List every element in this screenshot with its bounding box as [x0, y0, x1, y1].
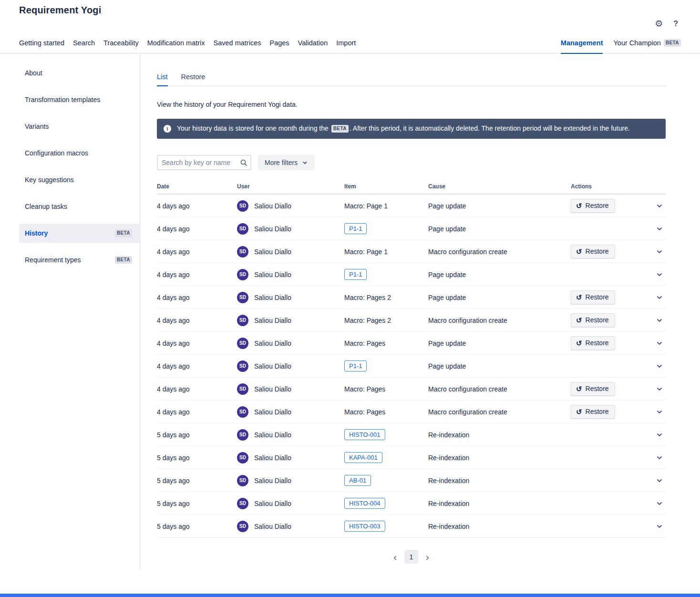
- more-filters-button[interactable]: More filters: [258, 155, 315, 170]
- table-row: 4 days agoSDSaliou DialloMacro: PagesMac…: [157, 401, 666, 423]
- restore-button[interactable]: ↺Restore: [571, 336, 615, 350]
- restore-button[interactable]: ↺Restore: [571, 245, 615, 258]
- info-icon: i: [164, 125, 171, 133]
- tab-restore[interactable]: Restore: [181, 73, 206, 85]
- nav-item-modification-matrix[interactable]: Modification matrix: [147, 39, 205, 53]
- row-cause: Page update: [428, 362, 571, 370]
- sidebar-item-requirement-types[interactable]: Requirement types BETA: [19, 250, 140, 269]
- restore-icon: ↺: [576, 317, 582, 324]
- avatar: SD: [237, 200, 248, 212]
- chevron-down-icon[interactable]: [656, 454, 663, 462]
- restore-button-label: Restore: [586, 339, 609, 347]
- item-key-link[interactable]: P1-1: [344, 269, 367, 280]
- previous-page-icon[interactable]: ‹: [393, 552, 397, 562]
- sidebar-item-label: Cleanup tasks: [25, 203, 67, 210]
- help-icon[interactable]: ?: [673, 20, 678, 28]
- nav-item-search[interactable]: Search: [73, 39, 95, 53]
- chevron-down-icon[interactable]: [656, 500, 663, 507]
- row-expand: [653, 477, 666, 484]
- chevron-down-icon[interactable]: [656, 408, 663, 416]
- chevron-down-icon[interactable]: [656, 385, 663, 393]
- nav-item-pages[interactable]: Pages: [269, 39, 289, 53]
- restore-button-label: Restore: [586, 316, 609, 324]
- row-item: HISTO-004: [344, 498, 428, 509]
- restore-button[interactable]: ↺Restore: [571, 290, 615, 304]
- item-key-link[interactable]: HISTO-003: [344, 521, 385, 532]
- beta-badge: BETA: [331, 125, 349, 133]
- sidebar-item-label: Transformation templates: [25, 96, 100, 103]
- item-key-link[interactable]: HISTO-001: [344, 429, 385, 440]
- chevron-down-icon[interactable]: [656, 340, 663, 347]
- row-user: SDSaliou Diallo: [237, 452, 344, 463]
- sidebar-item-key-suggestions[interactable]: Key suggestions: [19, 170, 140, 189]
- item-key-link[interactable]: P1-1: [344, 360, 367, 371]
- sidebar-item-about[interactable]: About: [19, 63, 140, 82]
- table-row: 4 days agoSDSaliou DialloP1-1Page update: [157, 355, 666, 378]
- restore-icon: ↺: [576, 340, 582, 347]
- restore-button[interactable]: ↺Restore: [571, 199, 615, 213]
- chevron-down-icon[interactable]: [656, 271, 663, 278]
- avatar: SD: [237, 269, 248, 280]
- item-key-link[interactable]: KAPA-001: [344, 452, 382, 463]
- chevron-down-icon[interactable]: [656, 431, 663, 439]
- tab-list[interactable]: List: [157, 73, 168, 86]
- chevron-down-icon[interactable]: [656, 523, 663, 530]
- chevron-down-icon[interactable]: [656, 248, 663, 256]
- chevron-down-icon[interactable]: [656, 202, 663, 210]
- item-key-link[interactable]: P1-1: [344, 223, 367, 234]
- sidebar-item-history[interactable]: History BETA: [19, 224, 140, 243]
- row-date: 4 days ago: [157, 294, 237, 301]
- avatar: SD: [237, 223, 248, 235]
- row-user: SDSaliou Diallo: [237, 383, 344, 395]
- user-name: Saliou Diallo: [254, 454, 291, 462]
- row-actions: ↺Restore: [571, 245, 653, 258]
- chevron-down-icon[interactable]: [656, 317, 663, 324]
- chevron-down-icon: [302, 160, 308, 166]
- nav-item-traceability[interactable]: Traceability: [103, 39, 139, 53]
- row-expand: [653, 500, 666, 507]
- sidebar-item-cleanup-tasks[interactable]: Cleanup tasks: [19, 197, 140, 216]
- nav-item-management[interactable]: Management: [561, 39, 603, 54]
- chevron-down-icon[interactable]: [656, 362, 663, 370]
- chevron-down-icon[interactable]: [656, 477, 663, 484]
- row-date: 4 days ago: [157, 385, 237, 393]
- avatar: SD: [237, 429, 248, 441]
- row-user: SDSaliou Diallo: [237, 223, 344, 235]
- nav-item-getting-started[interactable]: Getting started: [19, 39, 64, 53]
- row-item: KAPA-001: [344, 452, 428, 463]
- sidebar-item-variants[interactable]: Variants: [19, 117, 140, 136]
- chevron-down-icon[interactable]: [656, 225, 663, 233]
- row-cause: Macro configuration create: [428, 408, 571, 416]
- item-label: Macro: Pages: [344, 340, 385, 347]
- search-input[interactable]: [157, 155, 251, 170]
- page-title: Requirement Yogi: [19, 5, 102, 16]
- item-key-link[interactable]: HISTO-004: [344, 498, 385, 509]
- current-page-button[interactable]: 1: [404, 550, 418, 564]
- row-date: 4 days ago: [157, 317, 237, 324]
- row-cause: Page update: [428, 340, 571, 347]
- restore-button[interactable]: ↺Restore: [571, 382, 615, 396]
- next-page-icon[interactable]: ›: [426, 552, 429, 562]
- gear-icon[interactable]: ⚙: [655, 19, 663, 28]
- row-user: SDSaliou Diallo: [237, 246, 344, 257]
- sidebar-item-transformation-templates[interactable]: Transformation templates: [19, 90, 140, 109]
- nav-item-saved-matrices[interactable]: Saved matrices: [214, 39, 261, 53]
- sidebar-item-configuration-macros[interactable]: Configuration macros: [19, 144, 140, 163]
- row-item: Macro: Pages: [344, 385, 428, 393]
- chevron-down-icon[interactable]: [656, 294, 663, 301]
- row-cause: Page update: [428, 202, 571, 210]
- banner-text-before: Your history data is stored for one mont…: [177, 124, 329, 132]
- row-date: 5 days ago: [157, 454, 237, 462]
- row-expand: [653, 523, 666, 530]
- item-key-link[interactable]: AB-01: [344, 475, 371, 486]
- column-header-actions: Actions: [571, 183, 653, 190]
- row-date: 4 days ago: [157, 362, 237, 370]
- main-content: List Restore View the history of your Re…: [141, 54, 700, 570]
- nav-item-validation[interactable]: Validation: [298, 39, 328, 53]
- nav-item-import[interactable]: Import: [336, 39, 356, 53]
- restore-button[interactable]: ↺Restore: [571, 313, 615, 327]
- nav-item-your-champion[interactable]: Your Champion BETA: [613, 39, 681, 53]
- restore-button[interactable]: ↺Restore: [571, 405, 615, 419]
- row-actions: ↺Restore: [571, 199, 653, 213]
- user-name: Saliou Diallo: [254, 500, 291, 507]
